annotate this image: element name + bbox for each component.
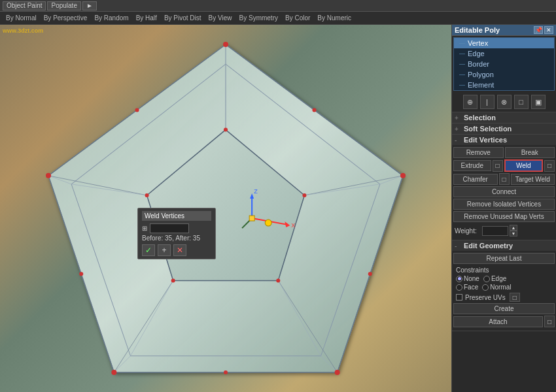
poly-close-btn[interactable]: ✕: [544, 26, 553, 34]
main-content: www.3dzt.com: [0, 25, 556, 392]
by-pivot-dist-btn[interactable]: By Pivot Dist: [161, 12, 205, 24]
weld-popup: Weld Vertices ⊞ 0.1mm Before: 35, After:…: [137, 208, 216, 259]
soft-selection-header[interactable]: + Soft Selection: [452, 123, 556, 134]
remove-unused-btn[interactable]: Remove Unused Map Verts: [453, 211, 555, 222]
poly-header: Editable Poly 📌 ✕: [452, 25, 556, 36]
edit-vertices-expand-icon: -: [455, 137, 461, 144]
remove-isolated-btn[interactable]: Remove Isolated Vertices: [453, 199, 555, 210]
subobject-edge[interactable]: Edge: [454, 48, 554, 59]
selection-expand-icon: +: [455, 114, 461, 122]
weld-cancel-btn[interactable]: ✕: [173, 244, 186, 256]
svg-point-36: [79, 272, 83, 276]
weld-threshold-input[interactable]: 0.1mm: [150, 223, 189, 233]
weld-buttons: ✓ + ✕: [142, 244, 211, 256]
soft-selection-section: + Soft Selection: [452, 123, 556, 135]
svg-rect-45: [249, 216, 254, 221]
icon-btn-3[interactable]: □: [514, 95, 529, 109]
normal-radio-item[interactable]: Normal: [482, 284, 511, 291]
weld-settings-btn[interactable]: □: [544, 160, 555, 172]
target-weld-btn[interactable]: Target Weld: [511, 174, 555, 185]
selection-section-header[interactable]: + Selection: [452, 112, 556, 123]
edit-geometry-content: Repeat Last Constraints None Edge: [452, 251, 556, 331]
by-perspective-btn[interactable]: By Perspective: [41, 12, 91, 24]
by-random-btn[interactable]: By Random: [91, 12, 131, 24]
icon-btn-2[interactable]: ⊗: [497, 95, 512, 109]
chamfer-settings-btn[interactable]: □: [499, 173, 510, 185]
subobject-border[interactable]: Border: [454, 59, 554, 69]
face-radio-item[interactable]: Face: [456, 284, 478, 291]
edit-vertices-section: - Edit Vertices Remove Break Extrude □ W…: [452, 135, 556, 240]
subobject-polygon-label: Polygon: [468, 71, 494, 78]
by-half-btn[interactable]: By Half: [133, 12, 160, 24]
repeat-last-btn[interactable]: Repeat Last: [453, 253, 555, 264]
icon-btn-4[interactable]: ▣: [531, 95, 546, 109]
create-btn[interactable]: Create: [453, 303, 555, 314]
preserve-uvs-checkbox[interactable]: [456, 294, 462, 301]
edit-geometry-section: - Edit Geometry Repeat Last Constraints …: [452, 240, 556, 331]
preserve-uvs-row: Preserve UVs □: [453, 291, 555, 303]
remove-btn[interactable]: Remove: [453, 147, 504, 158]
normal-label: Normal: [490, 284, 511, 291]
edge-radio-item[interactable]: Edge: [483, 275, 506, 282]
icon-btn-1[interactable]: |: [480, 95, 495, 109]
svg-point-26: [111, 370, 116, 375]
subobject-vertex[interactable]: Vertex: [454, 38, 554, 48]
weld-add-btn[interactable]: +: [158, 244, 171, 256]
weight-label: Weight:: [455, 227, 481, 235]
subobject-polygon[interactable]: Polygon: [454, 69, 554, 80]
weight-input[interactable]: 1.0: [482, 226, 508, 236]
attach-settings-btn[interactable]: □: [544, 316, 555, 327]
by-view-btn[interactable]: By View: [205, 12, 235, 24]
viewport[interactable]: www.3dzt.com: [0, 25, 451, 392]
subobject-vertex-label: Vertex: [468, 39, 488, 47]
edit-vertices-title: Edit Vertices: [464, 136, 507, 144]
weld-input-row: ⊞ 0.1mm: [142, 223, 211, 233]
poly-pin-btn[interactable]: 📌: [534, 26, 543, 34]
normal-radio-dot: [482, 284, 489, 291]
edit-vertices-header[interactable]: - Edit Vertices: [452, 135, 556, 145]
by-symmetry-btn[interactable]: By Symmetry: [236, 12, 281, 24]
attach-btn[interactable]: Attach: [453, 316, 543, 327]
connect-btn[interactable]: Connect: [453, 186, 555, 197]
populate-tab[interactable]: Populate: [47, 1, 80, 10]
create-attach-row: Create: [453, 303, 555, 314]
weld-btn[interactable]: Weld: [504, 159, 544, 172]
face-radio-dot: [456, 284, 462, 291]
weight-down-btn[interactable]: ▼: [510, 231, 517, 237]
poly-header-controls: 📌 ✕: [534, 26, 553, 34]
edge-label: Edge: [491, 275, 506, 282]
by-numeric-btn[interactable]: By Numeric: [314, 12, 355, 24]
svg-point-46: [265, 220, 271, 226]
weight-spinner: ▲ ▼: [510, 225, 517, 237]
svg-point-24: [400, 173, 406, 178]
svg-point-34: [368, 272, 372, 276]
icon-btn-0[interactable]: ⊕: [463, 95, 478, 109]
constraints-label: Constraints: [453, 265, 555, 274]
chamfer-targetweld-row: Chamfer □ Target Weld: [453, 173, 555, 185]
subobject-element[interactable]: Element: [454, 80, 554, 90]
extrude-btn[interactable]: Extrude: [453, 160, 491, 171]
preserve-uvs-settings[interactable]: □: [510, 293, 520, 302]
none-radio-item[interactable]: None: [456, 275, 479, 282]
edit-geometry-header[interactable]: - Edit Geometry: [452, 240, 556, 251]
weld-confirm-btn[interactable]: ✓: [142, 244, 155, 256]
svg-point-31: [171, 278, 175, 282]
subobject-list: Vertex Edge Border Polygon Element: [453, 37, 555, 91]
pentagon-viewport: Z X: [0, 25, 451, 392]
extrude-settings-btn[interactable]: □: [493, 160, 503, 172]
object-paint-tab[interactable]: Object Paint: [3, 1, 46, 10]
chamfer-btn[interactable]: Chamfer: [453, 174, 498, 185]
by-color-btn[interactable]: By Color: [282, 12, 313, 24]
svg-point-30: [276, 278, 280, 282]
weld-icon: ⊞: [142, 225, 147, 232]
svg-point-32: [145, 193, 149, 197]
weight-up-btn[interactable]: ▲: [510, 225, 517, 231]
by-normal-btn[interactable]: By Normal: [3, 12, 40, 24]
expand-btn[interactable]: ►: [82, 1, 97, 10]
svg-point-37: [135, 108, 139, 112]
weight-row: Weight: 1.0 ▲ ▼: [453, 223, 555, 238]
icon-row: ⊕ | ⊗ □ ▣: [452, 92, 556, 112]
break-btn[interactable]: Break: [505, 147, 555, 158]
remove-break-row: Remove Break: [453, 147, 555, 158]
svg-point-25: [335, 370, 340, 375]
